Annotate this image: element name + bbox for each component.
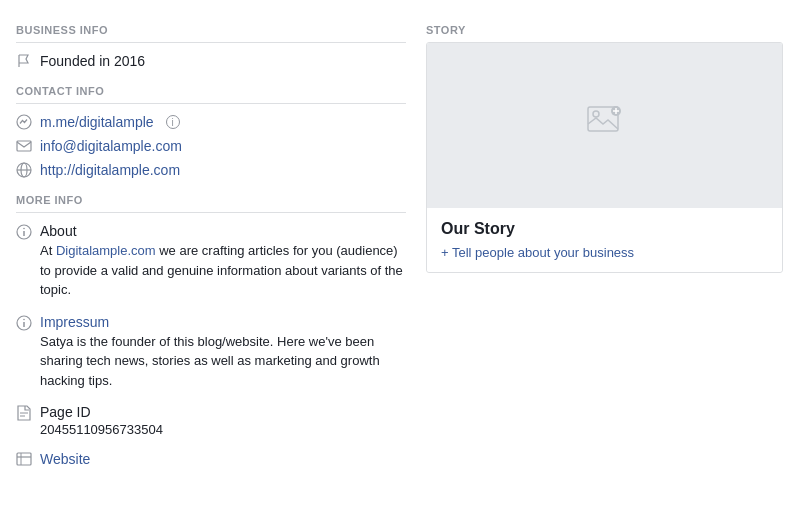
globe-icon — [16, 162, 32, 178]
website-row: http://digitalample.com — [16, 162, 406, 178]
email-link[interactable]: info@digitalample.com — [40, 138, 182, 154]
contact-info-header: CONTACT INFO — [16, 77, 406, 97]
impressum-item: Impressum Satya is the founder of this b… — [16, 314, 406, 391]
page-id-label: Page ID — [40, 404, 163, 420]
svg-point-7 — [23, 228, 25, 230]
divider-more — [16, 212, 406, 213]
more-info-header: MORE INFO — [16, 186, 406, 206]
add-image-icon — [587, 106, 623, 146]
svg-rect-1 — [17, 141, 31, 151]
story-image-placeholder — [427, 43, 782, 208]
founded-row: Founded in 2016 — [16, 53, 406, 69]
story-card: Our Story + Tell people about your busin… — [426, 42, 783, 273]
svg-point-10 — [23, 318, 25, 320]
about-link[interactable]: Digitalample.com — [56, 243, 156, 258]
website-bottom-icon — [16, 451, 32, 467]
impressum-label-text: Impressum — [40, 314, 406, 330]
page-id-item: Page ID 20455110956733504 — [16, 404, 406, 437]
founded-text: Founded in 2016 — [40, 53, 145, 69]
website-link[interactable]: http://digitalample.com — [40, 162, 180, 178]
right-panel: STORY Our Story + Tell people about you — [426, 16, 783, 499]
svg-point-17 — [593, 111, 599, 117]
about-label: About — [40, 223, 406, 239]
impressum-link[interactable]: Impressum — [40, 314, 109, 330]
divider-contact — [16, 103, 406, 104]
divider-business — [16, 42, 406, 43]
story-content: Our Story + Tell people about your busin… — [427, 208, 782, 272]
about-description: At Digitalample.com we are crafting arti… — [40, 241, 406, 300]
website-bottom-link[interactable]: Website — [40, 451, 90, 467]
about-item: About At Digitalample.com we are craftin… — [16, 223, 406, 300]
messenger-link[interactable]: m.me/digitalample — [40, 114, 154, 130]
page-id-icon — [16, 405, 32, 421]
flag-icon — [16, 53, 32, 69]
info-tooltip-icon[interactable]: i — [166, 115, 180, 129]
svg-rect-13 — [17, 453, 31, 465]
messenger-row: m.me/digitalample i — [16, 114, 406, 130]
about-icon — [16, 224, 32, 240]
story-header: STORY — [426, 16, 783, 36]
tell-story-link[interactable]: + Tell people about your business — [441, 245, 634, 260]
impressum-content: Impressum Satya is the founder of this b… — [40, 314, 406, 391]
messenger-icon — [16, 114, 32, 130]
our-story-title: Our Story — [441, 220, 768, 238]
about-pre: At — [40, 243, 56, 258]
impressum-description: Satya is the founder of this blog/websit… — [40, 332, 406, 391]
page-id-value: 20455110956733504 — [40, 422, 163, 437]
left-panel: BUSINESS INFO Founded in 2016 CONTACT IN… — [16, 16, 406, 499]
email-row: info@digitalample.com — [16, 138, 406, 154]
page-id-content: Page ID 20455110956733504 — [40, 404, 163, 437]
business-info-header: BUSINESS INFO — [16, 16, 406, 36]
about-content: About At Digitalample.com we are craftin… — [40, 223, 406, 300]
website-bottom-row: Website — [16, 451, 406, 467]
impressum-icon — [16, 315, 32, 331]
email-icon — [16, 138, 32, 154]
